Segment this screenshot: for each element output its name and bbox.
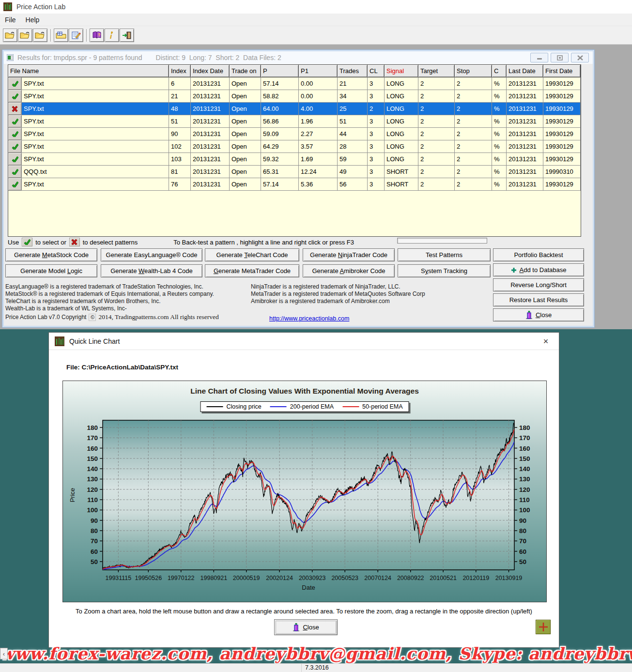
exit-app-button[interactable] [120,29,134,42]
menu-help[interactable]: Help [21,15,45,25]
portfolio-backtest-button[interactable]: Portfolio Backtest [493,248,584,261]
menu-file[interactable]: File [0,15,21,25]
about-info-button[interactable]: i [105,29,119,42]
generate-metatrader-code-button[interactable]: Generate MetaTrader Code [205,264,299,277]
select-check-icon[interactable] [8,140,22,153]
close-window-button[interactable] [571,53,589,62]
cell-trade_on: Open [230,90,261,103]
test-patterns-button[interactable]: Test Patterns [398,248,491,261]
column-header-c[interactable]: C [492,65,507,77]
minimize-button[interactable] [530,53,548,62]
system-tracking-button[interactable]: System Tracking [398,264,491,277]
column-header-stop[interactable]: Stop [455,65,492,77]
open-file-3-button[interactable] [33,29,47,42]
cell-trades: 59 [338,153,368,166]
table-row[interactable]: SPY.txt2120131231Open58.820.00343LONG22%… [8,90,581,103]
column-header-target[interactable]: Target [418,65,455,77]
table-row[interactable]: SPY.txt10320131231Open59.321.69593LONG22… [8,153,581,166]
generate-telechart-code-button[interactable]: Generate TeleChart Code [205,248,299,261]
column-header-first-date[interactable]: First Date [543,65,581,77]
column-header-index[interactable]: Index [169,65,191,77]
select-check-icon[interactable] [8,77,22,90]
cell-cl: 3 [368,77,385,90]
cell-index_date: 20131231 [191,166,230,178]
website-link[interactable]: http://www.priceactionlab.com [269,315,349,322]
help-book-button[interactable]: ? [90,29,104,42]
scroll-left-button[interactable]: ‹ [0,648,8,659]
generate-wealth-lab-4-code-button[interactable]: Generate Wealth-Lab 4 Code [101,264,202,277]
price-chart[interactable]: 5050606070708080909010010011011012012013… [62,381,547,602]
table-row[interactable]: SPY.txt620131231Open57.140.00213LONG22%2… [8,77,581,90]
column-header-trade-on[interactable]: Trade on [230,65,261,77]
dialog-title: Quick Line Chart [69,337,120,345]
select-check-icon[interactable] [8,128,22,140]
cell-stop: 2 [455,178,492,191]
cell-file: QQQ.txt [22,166,169,178]
cell-c: % [492,153,507,166]
cell-index: 102 [169,140,191,153]
table-row[interactable]: SPY.txt5120131231Open56.861.96513LONG22%… [8,115,581,128]
svg-text:Price: Price [69,488,76,503]
table-row[interactable]: SPY.txt7620131231Open57.145.36563SHORT22… [8,178,581,191]
dialog-titlebar[interactable]: Quick Line Chart [49,333,559,350]
column-header-index-date[interactable]: Index Date [191,65,230,77]
deselect-x-icon[interactable] [8,103,22,115]
column-header-p1[interactable]: P1 [299,65,338,77]
select-check-icon[interactable] [8,153,22,166]
generate-metastock-code-button[interactable]: Generate MetaStock Code [5,248,97,261]
select-check-icon[interactable] [8,166,22,178]
generate-amibroker-code-button[interactable]: Generate Amibroker Code [303,264,395,277]
restore-button[interactable] [551,53,569,62]
cell-last_date: 20131231 [507,128,543,140]
table-row[interactable]: SPY.txt4820131231Open64.004.00252LONG22%… [8,103,581,115]
price-action-lab-app: Price Action Lab File Help ? i Results f… [0,0,632,672]
mdi-area: Results for: tmpdps.spr - 9 patterns fou… [0,45,632,329]
svg-text:70: 70 [519,537,526,545]
cell-stop: 2 [455,77,492,90]
cell-p1: 5.36 [299,178,338,191]
add-to-database-button[interactable]: Add to Database [493,263,584,276]
hint-backtest: To Back-test a pattern , highlight a lin… [173,239,354,246]
column-header-file-name[interactable]: File Name [8,65,169,77]
select-check-icon[interactable] [8,90,22,103]
generate-easylanguage-code-button[interactable]: Generate EasyLanguage® Code [101,248,202,261]
patterns-table[interactable]: File NameIndexIndex DateTrade onPP1Trade… [8,64,581,237]
cell-first_date: 19930129 [543,140,581,153]
cell-trade_on: Open [230,115,261,128]
cell-c: % [492,90,507,103]
dialog-close-icon[interactable]: × [540,336,552,347]
table-row[interactable]: QQQ.txt8120131231Open65.3112.24493SHORT2… [8,166,581,178]
close-button[interactable]: Close [274,619,338,635]
select-check-icon[interactable] [8,178,22,191]
cell-file: SPY.txt [22,90,169,103]
column-header-cl[interactable]: CL [368,65,385,77]
select-check-icon[interactable] [8,115,22,128]
generate-model-logic-button[interactable]: Generate Model Logic [5,264,97,277]
column-header-trades[interactable]: Trades [338,65,368,77]
legend-swatch [270,406,287,407]
chart-plot[interactable]: 5050606070708080909010010011011012012013… [63,381,546,602]
add-pattern-button[interactable] [536,620,551,634]
help-book-icon: ? [92,31,102,39]
cell-p1: 0.00 [299,77,338,90]
cell-p: 58.82 [261,90,299,103]
scan-data-button[interactable] [54,29,68,42]
cell-last_date: 20131231 [507,103,543,115]
close-button[interactable]: Close [493,308,584,321]
cell-index: 21 [169,90,191,103]
table-row[interactable]: SPY.txt9020131231Open59.092.27443LONG22%… [8,128,581,140]
column-header-last-date[interactable]: Last Date [507,65,543,77]
column-header-signal[interactable]: Signal [385,65,418,77]
generate-ninjatrader-code-button[interactable]: Generate NinjaTrader Code [303,248,395,261]
results-titlebar[interactable]: Results for: tmpdps.spr - 9 patterns fou… [4,51,593,64]
open-file-2-button[interactable] [18,29,32,42]
cell-p1: 1.69 [299,153,338,166]
restore-last-results-button[interactable]: Restore Last Results [493,293,584,306]
column-header-p[interactable]: P [261,65,299,77]
edit-file-button[interactable] [69,29,83,42]
cell-index_date: 20131231 [191,140,230,153]
table-row[interactable]: SPY.txt10220131231Open64.293.57283LONG22… [8,140,581,153]
reverse-long-short-button[interactable]: Reverse Long/Short [493,278,584,291]
svg-text:110: 110 [87,496,98,504]
open-file-1-button[interactable] [3,29,17,42]
